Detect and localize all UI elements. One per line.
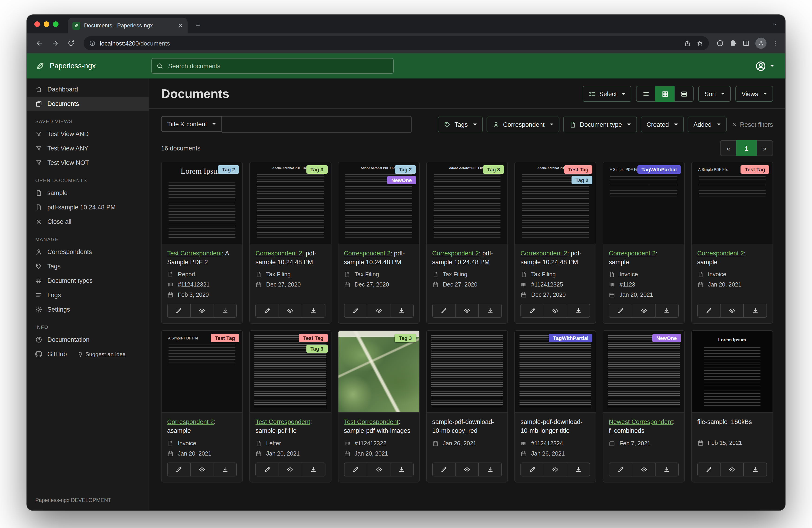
document-title[interactable]: Correspondent 2: pdf-sample 10.24.48 PM	[344, 249, 414, 267]
error-info-icon[interactable]	[716, 40, 724, 47]
document-thumbnail[interactable]: A Simple PDF FileTagWithPartial	[603, 162, 684, 244]
edit-document-button[interactable]	[697, 304, 721, 318]
correspondent-link[interactable]: Correspondent 2	[344, 250, 390, 257]
filter-added-button[interactable]: Added	[687, 117, 726, 132]
tag-badge[interactable]: Tag 2	[395, 165, 416, 174]
browser-menu-icon[interactable]	[772, 40, 780, 47]
correspondent-link[interactable]: Newest Correspondent	[609, 419, 673, 426]
filter-created-button[interactable]: Created	[640, 117, 684, 132]
suggest-idea-link[interactable]: Suggest an idea	[77, 351, 126, 357]
download-document-button[interactable]	[390, 304, 414, 318]
edit-document-button[interactable]	[432, 462, 456, 476]
download-document-button[interactable]	[655, 462, 679, 476]
document-title[interactable]: Correspondent 2: sample	[697, 249, 767, 267]
correspondent-link[interactable]: Correspondent 2	[609, 250, 655, 257]
download-document-button[interactable]	[213, 304, 237, 318]
tag-badge[interactable]: Tag 2	[218, 165, 239, 174]
sidebar-item-close-all[interactable]: Close all	[27, 215, 148, 229]
tag-badge[interactable]: TagWithPartial	[549, 334, 593, 342]
correspondent-link[interactable]: Correspondent 2	[520, 250, 567, 257]
document-card[interactable]: A Simple PDF FileTest Tag Correspondent …	[161, 330, 243, 483]
document-thumbnail[interactable]: Adobe Acrobat PDF FilesTag 3	[250, 162, 331, 244]
correspondent-link[interactable]: Correspondent 2	[256, 250, 302, 257]
filter-field-button[interactable]: Title & content	[161, 116, 222, 132]
document-title[interactable]: Test Correspondent: A Sample PDF 2	[167, 249, 237, 267]
sidebar-item-test-view-and[interactable]: Test View AND	[27, 127, 148, 141]
sidebar-item-document-types[interactable]: Document types	[27, 273, 148, 288]
bookmark-star-icon[interactable]	[696, 40, 704, 47]
tag-badge[interactable]: Tag 3	[306, 345, 328, 353]
view-document-button[interactable]	[632, 304, 655, 318]
sidebar-item-settings[interactable]: Settings	[27, 302, 148, 317]
view-document-button[interactable]	[632, 462, 655, 476]
close-window-button[interactable]	[34, 22, 40, 27]
tag-badge[interactable]: Tag 3	[306, 165, 328, 174]
filter-text-input[interactable]	[222, 116, 412, 133]
reload-button[interactable]	[64, 36, 78, 50]
current-page-button[interactable]: 1	[736, 140, 757, 156]
sidebar-item-documents[interactable]: Documents	[27, 97, 148, 111]
document-thumbnail[interactable]: NewOne	[603, 331, 684, 413]
document-thumbnail[interactable]: A Simple PDF FileTest Tag	[162, 331, 243, 413]
document-card[interactable]: Lorem IpsumTag 2 Test Correspondent: A S…	[161, 161, 243, 324]
document-card[interactable]: Lorem ipsum file-sample_150kBs Feb 15, 2…	[691, 330, 773, 483]
edit-document-button[interactable]	[520, 304, 544, 318]
document-thumbnail[interactable]: Adobe Acrobat PDF FilesTag 3	[427, 162, 508, 244]
tag-badge[interactable]: Test Tag	[564, 165, 593, 174]
edit-document-button[interactable]	[520, 462, 544, 476]
back-button[interactable]	[32, 36, 46, 50]
edit-document-button[interactable]	[432, 304, 456, 318]
document-card[interactable]: A Simple PDF FileTest Tag Correspondent …	[691, 161, 773, 324]
document-title[interactable]: sample-pdf-download-10-mb-longer-title	[520, 418, 590, 436]
view-document-button[interactable]	[455, 304, 479, 318]
document-title[interactable]: Test Correspondent: sample-pdf-with-imag…	[344, 418, 414, 436]
download-document-button[interactable]	[390, 462, 414, 476]
side-panel-icon[interactable]	[742, 40, 750, 47]
view-document-button[interactable]	[455, 462, 479, 476]
select-button[interactable]: Select	[583, 86, 632, 102]
edit-document-button[interactable]	[609, 304, 633, 318]
document-card[interactable]: Adobe Acrobat PDF FilesTag 3 Corresponde…	[426, 161, 508, 324]
tag-badge[interactable]: NewOne	[652, 334, 681, 342]
search-input[interactable]	[167, 62, 389, 70]
view-document-button[interactable]	[720, 462, 744, 476]
document-card[interactable]: sample-pdf-download-10-mb copy_red Jan 2…	[426, 330, 508, 483]
tag-badge[interactable]: Tag 3	[395, 334, 416, 342]
minimize-window-button[interactable]	[44, 22, 49, 27]
view-list-button[interactable]	[636, 86, 656, 102]
tag-badge[interactable]: Tag 2	[571, 176, 593, 184]
user-menu-button[interactable]	[752, 60, 777, 72]
document-title[interactable]: sample-pdf-download-10-mb copy_red	[432, 418, 502, 436]
new-tab-button[interactable]	[191, 18, 204, 32]
filter-correspondent-button[interactable]: Correspondent	[486, 117, 560, 132]
download-document-button[interactable]	[567, 462, 590, 476]
document-thumbnail[interactable]: Lorem ipsum	[692, 331, 772, 413]
filter-document-type-button[interactable]: Document type	[563, 117, 637, 132]
download-document-button[interactable]	[743, 462, 767, 476]
edit-document-button[interactable]	[609, 462, 633, 476]
edit-document-button[interactable]	[344, 462, 367, 476]
document-card[interactable]: Adobe Acrobat PDF FilesTag 2NewOne Corre…	[338, 161, 420, 324]
document-thumbnail[interactable]: Adobe Acrobat PDF FilesTag 2NewOne	[338, 162, 419, 244]
download-document-button[interactable]	[655, 304, 679, 318]
download-document-button[interactable]	[567, 304, 590, 318]
edit-document-button[interactable]	[256, 304, 279, 318]
tag-badge[interactable]: Test Tag	[211, 334, 239, 342]
correspondent-link[interactable]: Correspondent 2	[697, 250, 744, 257]
tag-badge[interactable]: Test Tag	[299, 334, 328, 342]
global-search[interactable]	[151, 58, 394, 74]
document-title[interactable]: Correspondent 2: pdf-sample 10.24.48 PM	[256, 249, 325, 267]
sidebar-item-logs[interactable]: Logs	[27, 288, 148, 302]
download-document-button[interactable]	[743, 304, 767, 318]
correspondent-link[interactable]: Test Correspondent	[167, 250, 222, 257]
sidebar-item-documentation[interactable]: Documentation	[27, 332, 148, 347]
filter-tags-button[interactable]: Tags	[438, 117, 483, 132]
download-document-button[interactable]	[478, 304, 502, 318]
sort-button[interactable]: Sort	[698, 86, 731, 102]
document-thumbnail[interactable]: Test TagTag 3	[250, 331, 331, 413]
download-document-button[interactable]	[478, 462, 502, 476]
reset-filters-button[interactable]: Reset filters	[732, 121, 773, 128]
sidebar-item-dashboard[interactable]: Dashboard	[27, 82, 148, 97]
browser-profile-avatar[interactable]	[755, 38, 767, 49]
view-document-button[interactable]	[367, 462, 391, 476]
